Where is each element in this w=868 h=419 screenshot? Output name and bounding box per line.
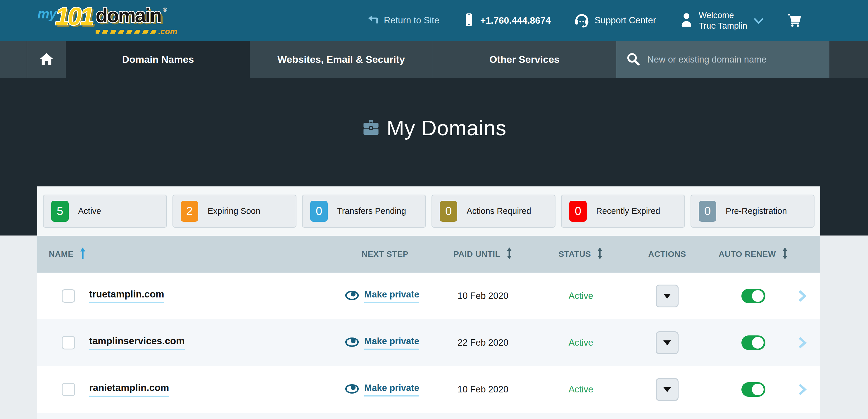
tile-recently-expired[interactable]: 0 Recently Expired — [561, 195, 685, 228]
status-value: Active — [537, 291, 625, 301]
row-checkbox[interactable] — [62, 289, 75, 303]
return-to-site-label: Return to Site — [384, 15, 439, 26]
headset-icon — [574, 12, 590, 29]
return-to-site-link[interactable]: Return to Site — [367, 14, 439, 27]
row-checkbox[interactable] — [62, 383, 75, 396]
table-row — [37, 413, 820, 419]
row-expand-chevron[interactable] — [797, 290, 820, 302]
tile-expiring-soon[interactable]: 2 Expiring Soon — [173, 195, 297, 228]
tile-actions-required[interactable]: 0 Actions Required — [432, 195, 556, 228]
logo-stripes — [96, 30, 157, 34]
row-expand-chevron[interactable] — [797, 336, 820, 349]
top-bar: my 101 domain ® .com Return to Site +1.7… — [0, 0, 868, 41]
account-menu[interactable]: Welcome True Tamplin — [679, 10, 764, 31]
logo-my-text: my — [37, 6, 56, 22]
home-button[interactable] — [27, 41, 66, 78]
table-row: truetamplin.com Make private 10 Feb 2020… — [37, 272, 820, 319]
sort-by-auto-renew[interactable]: AUTO RENEW — [710, 247, 797, 262]
auto-renew-toggle[interactable] — [741, 289, 765, 303]
row-expand-chevron[interactable] — [797, 383, 820, 396]
logo-101-text: 101 — [55, 5, 93, 28]
header-next-step: NEXT STEP — [312, 250, 429, 259]
cart-button[interactable] — [786, 12, 802, 28]
domain-link[interactable]: tamplinservices.com — [89, 335, 185, 350]
sort-both-icon — [506, 247, 513, 262]
search-icon — [626, 52, 640, 67]
tab-other-services[interactable]: Other Services — [433, 41, 616, 78]
actions-dropdown[interactable] — [656, 285, 679, 308]
logo-domain-text: domain — [96, 6, 161, 24]
table-row: ranietamplin.com Make private 10 Feb 202… — [37, 366, 820, 413]
mobile-phone-icon — [462, 12, 476, 29]
tab-domain-names[interactable]: Domain Names — [66, 41, 250, 78]
make-private-link[interactable]: Make private — [364, 289, 419, 303]
eye-icon — [345, 337, 359, 348]
registered-mark: ® — [163, 6, 167, 13]
auto-renew-toggle[interactable] — [741, 382, 765, 397]
caret-down-icon — [663, 387, 671, 392]
cart-icon — [786, 12, 802, 28]
search-input[interactable] — [647, 54, 819, 65]
sort-both-icon — [597, 247, 603, 262]
sort-both-icon — [782, 247, 788, 262]
caret-down-icon — [663, 294, 671, 299]
chevron-down-icon — [754, 18, 764, 25]
status-value: Active — [537, 337, 625, 348]
sort-by-status[interactable]: STATUS — [537, 247, 625, 262]
expired-count-badge: 0 — [569, 201, 587, 222]
eye-icon — [345, 290, 359, 301]
domain-link[interactable]: ranietamplin.com — [89, 382, 169, 397]
briefcase-icon — [361, 118, 381, 138]
support-center-link[interactable]: Support Center — [574, 12, 656, 29]
my101domain-logo[interactable]: my 101 domain ® .com — [37, 5, 177, 36]
expiring-count-badge: 2 — [181, 201, 198, 222]
sort-by-name[interactable]: NAME — [37, 247, 312, 262]
prereg-count-badge: 0 — [699, 201, 716, 222]
tab-websites-email-security[interactable]: Websites, Email & Security — [250, 41, 433, 78]
auto-renew-toggle[interactable] — [741, 335, 765, 350]
sort-asc-icon — [79, 247, 86, 262]
actions-dropdown[interactable] — [656, 378, 679, 401]
domain-search-box[interactable] — [616, 41, 829, 78]
make-private-link[interactable]: Make private — [364, 336, 419, 350]
make-private-link[interactable]: Make private — [364, 383, 419, 396]
paid-until-value: 10 Feb 2020 — [429, 384, 537, 395]
actions-dropdown[interactable] — [656, 331, 679, 354]
table-header: NAME NEXT STEP PAID UNTIL STATUS ACTIONS… — [37, 236, 820, 272]
paid-until-value: 10 Feb 2020 — [429, 291, 537, 301]
support-center-label: Support Center — [595, 15, 656, 26]
row-checkbox[interactable] — [62, 336, 75, 350]
sort-by-paid-until[interactable]: PAID UNTIL — [429, 247, 537, 262]
actions-count-badge: 0 — [440, 201, 457, 222]
transfers-count-badge: 0 — [310, 201, 328, 222]
tile-pre-registration[interactable]: 0 Pre-Registration — [690, 195, 814, 228]
user-icon — [679, 12, 694, 29]
return-arrow-icon — [367, 14, 379, 27]
page-title: My Domains — [386, 116, 506, 140]
table-row: tamplinservices.com Make private 22 Feb … — [37, 319, 820, 366]
active-count-badge: 5 — [51, 201, 69, 222]
tile-transfers-pending[interactable]: 0 Transfers Pending — [302, 195, 426, 228]
header-actions: ACTIONS — [625, 250, 710, 259]
phone-number: +1.760.444.8674 — [480, 15, 551, 26]
main-nav: Domain Names Websites, Email & Security … — [0, 41, 868, 78]
tile-active[interactable]: 5 Active — [43, 195, 167, 228]
summary-tiles: 5 Active 2 Expiring Soon 0 Transfers Pen… — [37, 186, 820, 236]
caret-down-icon — [663, 341, 671, 345]
domains-card: 5 Active 2 Expiring Soon 0 Transfers Pen… — [37, 186, 820, 419]
status-value: Active — [537, 384, 625, 395]
eye-icon — [345, 384, 359, 395]
phone-contact[interactable]: +1.760.444.8674 — [462, 12, 551, 29]
welcome-text: Welcome — [699, 10, 734, 20]
logo-tld-text: .com — [158, 27, 177, 36]
domain-link[interactable]: truetamplin.com — [89, 289, 164, 303]
home-icon — [39, 52, 54, 68]
username-text: True Tamplin — [699, 21, 747, 30]
paid-until-value: 22 Feb 2020 — [429, 337, 537, 348]
